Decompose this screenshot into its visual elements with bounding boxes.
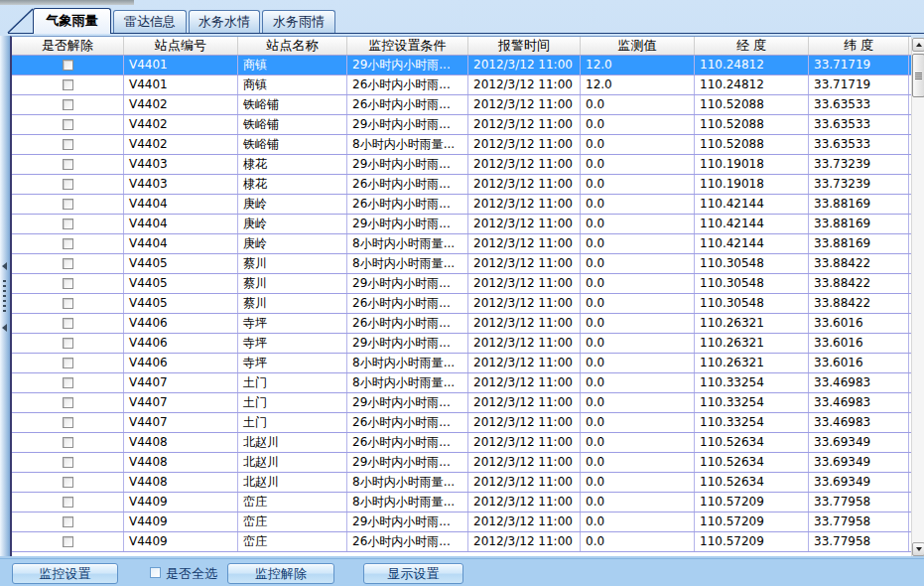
table-row[interactable]: V4409峦庄29小时内小时雨...2012/3/12 11:000.0110.… xyxy=(12,513,911,532)
release-checkbox[interactable] xyxy=(63,338,73,349)
release-checkbox-cell xyxy=(12,314,124,333)
table-row[interactable]: V4407土门26小时内小时雨...2012/3/12 11:000.0110.… xyxy=(12,413,911,433)
cell-value: 0.0 xyxy=(581,453,695,472)
select-all-checkbox[interactable] xyxy=(150,567,161,578)
cell-condition: 29小时内小时雨... xyxy=(347,115,468,134)
table-row[interactable]: V4405蔡川8小时内小时雨量...2012/3/12 11:000.0110.… xyxy=(12,254,911,274)
tab-weather-rainfall[interactable]: 气象雨量 xyxy=(33,8,111,34)
table-row[interactable]: V4407土门8小时内小时雨量...2012/3/12 11:000.0110.… xyxy=(12,373,911,393)
cell-id: V4404 xyxy=(124,195,238,214)
release-checkbox[interactable] xyxy=(63,258,73,269)
column-header[interactable]: 站点编号 xyxy=(124,37,238,55)
column-header[interactable]: 站点名称 xyxy=(238,37,347,55)
table-row[interactable]: V4408北赵川29小时内小时雨...2012/3/12 11:000.0110… xyxy=(12,453,911,473)
display-settings-button[interactable]: 显示设置 xyxy=(363,563,463,584)
monitor-release-button[interactable]: 监控解除 xyxy=(227,563,334,584)
release-checkbox[interactable] xyxy=(63,278,73,289)
column-header[interactable]: 监测值 xyxy=(581,37,695,55)
release-checkbox[interactable] xyxy=(63,199,73,210)
release-checkbox[interactable] xyxy=(63,238,73,249)
cell-value: 0.0 xyxy=(581,413,695,432)
table-row[interactable]: V4405蔡川26小时内小时雨...2012/3/12 11:000.0110.… xyxy=(12,294,911,314)
release-checkbox[interactable] xyxy=(63,318,73,329)
column-header[interactable]: 报警时间 xyxy=(468,37,581,55)
table-row[interactable]: V4402铁峪铺26小时内小时雨...2012/3/12 11:000.0110… xyxy=(12,95,911,115)
table-row[interactable]: V4409峦庄26小时内小时雨...2012/3/12 11:000.0110.… xyxy=(12,532,911,552)
vertical-scrollbar[interactable] xyxy=(911,38,924,556)
cell-id: V4408 xyxy=(124,453,238,472)
cell-lon: 110.52088 xyxy=(695,115,809,134)
scroll-down-button[interactable] xyxy=(912,542,924,556)
cell-value: 0.0 xyxy=(581,234,695,253)
release-checkbox[interactable] xyxy=(63,477,73,488)
release-checkbox[interactable] xyxy=(63,219,73,229)
release-checkbox[interactable] xyxy=(63,298,73,309)
table-row[interactable]: V4401商镇26小时内小时雨...2012/3/12 11:0012.0110… xyxy=(12,75,911,95)
cell-lat: 33.69349 xyxy=(809,433,909,452)
cell-time: 2012/3/12 11:00 xyxy=(468,294,581,313)
tab-water-condition[interactable]: 水务水情 xyxy=(189,10,260,33)
release-checkbox[interactable] xyxy=(63,497,73,508)
table-row[interactable]: V4405蔡川29小时内小时雨...2012/3/12 11:000.0110.… xyxy=(12,274,911,294)
collapse-left-arrow-icon[interactable] xyxy=(2,262,7,270)
left-splitter-handle[interactable] xyxy=(0,36,10,556)
release-checkbox[interactable] xyxy=(63,437,73,448)
scrollbar-thumb[interactable] xyxy=(912,54,924,97)
release-checkbox[interactable] xyxy=(63,516,73,527)
table-row[interactable]: V4406寺坪8小时内小时雨量...2012/3/12 11:000.0110.… xyxy=(12,354,911,373)
cell-name: 土门 xyxy=(238,393,347,412)
cell-lat: 33.63533 xyxy=(809,135,909,154)
table-row[interactable]: V4403棣花29小时内小时雨...2012/3/12 11:000.0110.… xyxy=(12,155,911,175)
column-header[interactable]: 纬 度 xyxy=(809,37,909,55)
release-checkbox[interactable] xyxy=(63,179,73,190)
table-row[interactable]: V4406寺坪29小时内小时雨...2012/3/12 11:000.0110.… xyxy=(12,334,911,354)
table-row[interactable]: V4407土门29小时内小时雨...2012/3/12 11:000.0110.… xyxy=(12,393,911,413)
cell-condition: 26小时内小时雨... xyxy=(347,95,468,114)
cell-condition: 26小时内小时雨... xyxy=(347,75,468,94)
table-row[interactable]: V4408北赵川26小时内小时雨...2012/3/12 11:000.0110… xyxy=(12,433,911,453)
release-checkbox[interactable] xyxy=(63,536,73,547)
cell-lat: 33.71719 xyxy=(809,75,909,94)
table-row[interactable]: V4404庚岭29小时内小时雨...2012/3/12 11:000.0110.… xyxy=(12,215,911,234)
table-row[interactable]: V4404庚岭8小时内小时雨量...2012/3/12 11:000.0110.… xyxy=(12,234,911,254)
cell-name: 棣花 xyxy=(238,175,347,194)
release-checkbox[interactable] xyxy=(63,417,73,428)
monitor-settings-button[interactable]: 监控设置 xyxy=(12,563,118,584)
release-checkbox[interactable] xyxy=(63,139,73,150)
release-checkbox[interactable] xyxy=(63,79,73,90)
release-checkbox[interactable] xyxy=(63,159,73,170)
cell-name: 北赵川 xyxy=(238,453,347,472)
cell-time: 2012/3/12 11:00 xyxy=(468,195,581,214)
cell-lon: 110.19018 xyxy=(695,175,809,194)
cell-lat: 33.88169 xyxy=(809,215,909,233)
release-checkbox[interactable] xyxy=(63,397,73,408)
release-checkbox[interactable] xyxy=(63,99,73,110)
table-row[interactable]: V4409峦庄8小时内小时雨量...2012/3/12 11:000.0110.… xyxy=(12,493,911,513)
table-row[interactable]: V4402铁峪铺29小时内小时雨...2012/3/12 11:000.0110… xyxy=(12,115,911,135)
table-row[interactable]: V4406寺坪26小时内小时雨...2012/3/12 11:000.0110.… xyxy=(12,314,911,334)
monitoring-window: 气象雨量 雷达信息 水务水情 水务雨情 是否解除站点编号站点名称监控设置条件报警… xyxy=(0,0,924,586)
cell-value: 0.0 xyxy=(581,473,695,492)
cell-lat: 33.88169 xyxy=(809,195,909,214)
tab-diagonal-edge xyxy=(7,8,34,34)
release-checkbox[interactable] xyxy=(63,60,73,71)
release-checkbox[interactable] xyxy=(63,457,73,468)
column-header[interactable]: 监控设置条件 xyxy=(347,37,468,55)
release-checkbox[interactable] xyxy=(63,119,73,130)
table-row[interactable]: V4402铁峪铺8小时内小时雨量...2012/3/12 11:000.0110… xyxy=(12,135,911,155)
column-header[interactable]: 经 度 xyxy=(695,37,809,55)
cell-lat: 33.69349 xyxy=(809,473,909,492)
tab-radar-info[interactable]: 雷达信息 xyxy=(113,10,187,33)
release-checkbox[interactable] xyxy=(63,377,73,388)
tab-water-rain[interactable]: 水务雨情 xyxy=(262,10,335,33)
cell-name: 北赵川 xyxy=(238,473,347,492)
column-header[interactable]: 是否解除 xyxy=(12,37,124,55)
collapse-left-arrow-icon[interactable] xyxy=(2,324,7,332)
release-checkbox[interactable] xyxy=(63,358,73,368)
scroll-up-button[interactable] xyxy=(912,38,924,52)
table-row[interactable]: V4403棣花26小时内小时雨...2012/3/12 11:000.0110.… xyxy=(12,175,911,195)
table-row[interactable]: V4404庚岭26小时内小时雨...2012/3/12 11:000.0110.… xyxy=(12,195,911,215)
table-row[interactable]: V4401商镇29小时内小时雨...2012/3/12 11:0012.0110… xyxy=(12,56,911,75)
cell-id: V4409 xyxy=(124,513,238,531)
table-row[interactable]: V4408北赵川8小时内小时雨量...2012/3/12 11:000.0110… xyxy=(12,473,911,493)
